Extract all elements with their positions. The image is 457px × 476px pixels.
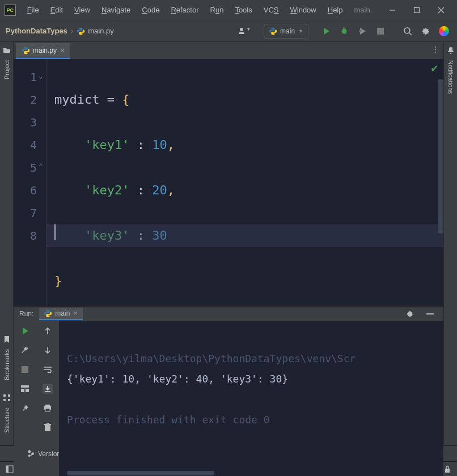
app-icon: PC xyxy=(5,5,16,16)
editor[interactable]: 1 2 3 4 5 6 7 8 ⌄mydict = { 'key1' : 10,… xyxy=(14,59,443,306)
sidebar-item-structure[interactable]: Structure xyxy=(3,394,11,437)
svg-rect-16 xyxy=(26,389,29,392)
add-user-button[interactable]: ▾ xyxy=(236,24,251,39)
svg-rect-8 xyxy=(3,394,6,397)
tab-overflow[interactable]: ⋮ xyxy=(432,45,440,53)
svg-point-4 xyxy=(342,29,346,33)
lock-icon[interactable] xyxy=(443,465,451,473)
svg-rect-21 xyxy=(44,424,51,425)
console-exit: Process finished with exit code 0 xyxy=(67,414,270,426)
close-icon[interactable]: × xyxy=(60,46,65,55)
menu-window[interactable]: Window xyxy=(285,3,320,16)
stop-button[interactable] xyxy=(373,24,388,39)
toolbar: PythonDataTypes › main.py ▾ main ▼ xyxy=(0,20,457,42)
layout-button[interactable] xyxy=(20,384,30,394)
run-panel-label: Run: xyxy=(19,310,33,318)
window-close[interactable] xyxy=(430,2,452,19)
right-tool-gutter: Notifications xyxy=(443,42,457,445)
menu-code[interactable]: Code xyxy=(137,3,164,16)
softwrap-button[interactable] xyxy=(43,364,53,375)
svg-rect-11 xyxy=(8,399,10,401)
svg-point-23 xyxy=(28,450,31,453)
settings-button[interactable] xyxy=(418,24,433,39)
svg-rect-13 xyxy=(22,366,28,373)
svg-rect-9 xyxy=(8,394,10,397)
delete-button[interactable] xyxy=(43,422,53,432)
window-minimize[interactable] xyxy=(381,2,403,19)
svg-line-7 xyxy=(409,33,412,35)
tool-window-icon[interactable] xyxy=(6,465,14,473)
coverage-button[interactable] xyxy=(355,24,370,39)
run-panel-settings[interactable] xyxy=(403,307,417,321)
pin-button[interactable] xyxy=(20,403,30,413)
menu-run[interactable]: Run xyxy=(206,3,228,16)
wrench-button[interactable] xyxy=(20,345,30,355)
left-tool-gutter: Project Bookmarks Structure xyxy=(0,42,14,445)
breadcrumb-file[interactable]: main.py xyxy=(88,27,114,35)
svg-point-6 xyxy=(404,28,410,33)
console-output: {'key1': 10, 'key2': 40, 'key3': 30} xyxy=(67,373,288,385)
file-tab-label: main.py xyxy=(33,46,57,54)
code-with-me-button[interactable] xyxy=(437,24,451,39)
titlebar: PC FFileile Edit View Navigate Code Refa… xyxy=(0,0,457,20)
menu-edit[interactable]: Edit xyxy=(46,3,67,16)
sidebar-item-bookmarks[interactable]: Bookmarks xyxy=(3,335,11,385)
svg-rect-10 xyxy=(3,399,6,401)
menu-tools[interactable]: Tools xyxy=(230,3,256,16)
run-config-selector[interactable]: main ▼ xyxy=(264,24,308,39)
sidebar-item-project[interactable]: Project xyxy=(3,46,11,84)
project-icon xyxy=(3,46,11,54)
stop-button-2[interactable] xyxy=(20,364,30,375)
svg-rect-22 xyxy=(46,423,49,424)
sidebar-item-notifications[interactable]: Notifications xyxy=(447,46,455,99)
svg-rect-19 xyxy=(45,409,50,411)
svg-rect-12 xyxy=(426,313,434,314)
python-file-icon xyxy=(77,27,84,35)
menu-view[interactable]: View xyxy=(70,3,95,16)
svg-rect-41 xyxy=(445,469,450,473)
inspection-ok-icon[interactable]: ✔ xyxy=(430,62,439,75)
run-config-label: main xyxy=(280,27,295,35)
menu-navigate[interactable]: Navigate xyxy=(97,3,135,16)
menu-help[interactable]: Help xyxy=(323,3,348,16)
svg-rect-14 xyxy=(21,385,29,388)
editor-scrollbar[interactable] xyxy=(437,76,443,306)
svg-rect-20 xyxy=(45,425,50,431)
code-area[interactable]: ⌄mydict = { 'key1' : 10, 'key2' : 20, 'k… xyxy=(46,59,443,306)
run-panel-tab[interactable]: main × xyxy=(39,308,83,320)
breadcrumb-project[interactable]: PythonDataTypes xyxy=(6,27,67,35)
down-button[interactable] xyxy=(43,345,53,355)
menu-file[interactable]: FFileile xyxy=(23,3,44,16)
scroll-to-end-button[interactable] xyxy=(43,384,53,394)
debug-button[interactable] xyxy=(337,24,352,39)
svg-rect-5 xyxy=(377,28,384,35)
run-button[interactable] xyxy=(319,24,333,39)
breadcrumb: PythonDataTypes › main.py xyxy=(6,27,114,35)
console-hscroll[interactable] xyxy=(67,471,214,475)
console-cmd: C:\Users\yilma\Desktop\PythonDataTypes\v… xyxy=(67,352,356,364)
menu-refactor[interactable]: Refactor xyxy=(166,3,203,16)
swirl-icon xyxy=(439,26,449,36)
run-console[interactable]: C:\Users\yilma\Desktop\PythonDataTypes\v… xyxy=(59,321,443,476)
svg-rect-17 xyxy=(45,405,50,406)
print-button[interactable] xyxy=(43,403,53,413)
run-panel: Run: main × xyxy=(14,306,443,445)
python-file-icon xyxy=(22,46,29,54)
search-button[interactable] xyxy=(400,24,415,39)
svg-point-25 xyxy=(31,453,33,455)
file-tab-main[interactable]: main.py × xyxy=(16,43,70,59)
rerun-button[interactable] xyxy=(20,326,30,336)
svg-point-24 xyxy=(28,454,31,457)
menu-vcs[interactable]: VCS xyxy=(259,3,283,16)
run-panel-header: Run: main × xyxy=(14,307,443,321)
bookmark-icon xyxy=(3,335,11,343)
up-button[interactable] xyxy=(43,326,53,336)
line-gutter: 1 2 3 4 5 6 7 8 xyxy=(14,59,46,306)
run-panel-hide[interactable] xyxy=(423,307,438,321)
window-maximize[interactable] xyxy=(406,2,428,19)
svg-rect-39 xyxy=(6,466,9,473)
recent-label: main. xyxy=(349,3,376,16)
svg-rect-15 xyxy=(21,389,24,392)
python-icon xyxy=(44,309,52,317)
editor-tabbar: main.py × ⋮ xyxy=(14,42,443,59)
